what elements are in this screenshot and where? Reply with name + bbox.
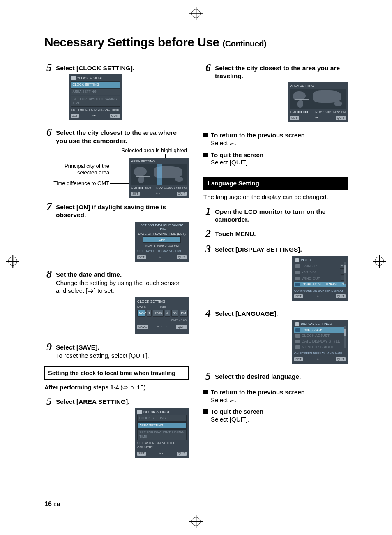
step-5: 5 Select [CLOCK SETTING]. CLOCK ADJUST C… bbox=[44, 63, 189, 123]
ui-hint: SET WHEN IN ANOTHER COUNTRY bbox=[137, 441, 187, 449]
menu-item: CLOCK SETTING bbox=[137, 415, 187, 422]
crop-mark bbox=[0, 16, 12, 16]
registration-mark-icon bbox=[191, 517, 201, 526]
quit-button: QUIT bbox=[336, 294, 346, 298]
lang-step-1: 1 Open the LCD monitor to turn on the ca… bbox=[203, 206, 348, 224]
step-title: Select [SAVE]. bbox=[56, 343, 149, 351]
scrollbar bbox=[344, 262, 346, 284]
leader-line bbox=[110, 183, 131, 184]
after-note: After performing steps 1-4 ( p. 15) bbox=[44, 384, 189, 391]
step-title: Select the desired language. bbox=[215, 373, 301, 380]
page-title-sub: (Continued) bbox=[223, 39, 267, 48]
crop-mark bbox=[380, 519, 392, 519]
page-title: Necessary Settings before Use (Continued… bbox=[44, 35, 348, 50]
world-map bbox=[290, 89, 346, 109]
step-desc: To reset the setting, select [QUIT]. bbox=[56, 352, 149, 360]
display-icon bbox=[295, 322, 299, 326]
quit-button: QUIT bbox=[176, 325, 187, 329]
ui-display-settings: DISPLAY SETTINGS LANGUAGE CLOCK ADJUST D… bbox=[292, 320, 348, 364]
step-number: 2 bbox=[203, 228, 211, 239]
ui-dst: SET FOR DAYLIGHT SAVING TIME DAYLIGHT SA… bbox=[135, 222, 189, 262]
square-bullet-icon bbox=[203, 153, 208, 157]
callout-label: Principal city of the selected area bbox=[56, 163, 109, 176]
menu-item: CLOCK SETTING bbox=[71, 81, 120, 88]
square-bullet-icon bbox=[203, 390, 208, 394]
left-column: 5 Select [CLOCK SETTING]. CLOCK ADJUST C… bbox=[44, 58, 189, 460]
back-icon: ⤺ bbox=[315, 115, 319, 121]
step-title: Select [ON] if daylight saving time is o… bbox=[56, 203, 189, 219]
menu-item: AREA SETTING bbox=[71, 88, 120, 95]
quit-button: QUIT bbox=[177, 452, 187, 455]
step-number: 5 bbox=[203, 371, 211, 382]
quit-button: QUIT bbox=[336, 357, 346, 361]
return-icon: ⤺ bbox=[230, 397, 235, 404]
ui-clock-adjust: CLOCK ADJUST CLOCK SETTING AREA SETTING … bbox=[69, 74, 122, 120]
ui-clock-adjust-2: CLOCK ADJUST CLOCK SETTING AREA SETTING … bbox=[135, 408, 189, 458]
back-icon: ⤺ bbox=[317, 357, 321, 362]
set-button: SET bbox=[290, 116, 299, 120]
lang-step-2: 2 Touch MENU. bbox=[203, 228, 348, 239]
date-icon bbox=[295, 340, 300, 343]
back-icon: ⤺ bbox=[156, 191, 160, 197]
step-8: 8 Set the date and time. Change the sett… bbox=[44, 269, 189, 337]
step-number: 6 bbox=[203, 63, 211, 125]
divider bbox=[203, 385, 348, 385]
step-number: 5 bbox=[44, 396, 52, 460]
step-number: 9 bbox=[44, 342, 52, 360]
brightness-icon bbox=[295, 345, 300, 349]
wind-icon bbox=[295, 277, 300, 280]
ui-area-setting: AREA SETTING GMT ▮▮▮ -5:00 bbox=[129, 158, 189, 198]
section-intro: The language on the display can be chang… bbox=[203, 193, 348, 201]
step-title: Select [AREA SETTING]. bbox=[56, 398, 189, 405]
menu-item: AREA SETTING bbox=[137, 422, 187, 429]
arrow-right-icon bbox=[88, 287, 94, 292]
lang-step-4: 4 Select [LANGUAGE]. DISPLAY SETTINGS LA… bbox=[203, 308, 348, 366]
set-button: SET bbox=[137, 452, 146, 455]
step-number: 1 bbox=[203, 206, 211, 224]
crop-mark bbox=[21, 0, 21, 25]
square-bullet-icon bbox=[203, 133, 208, 137]
set-button: SET bbox=[137, 255, 146, 259]
r-step-6: 6 Select the city closest to the area yo… bbox=[203, 63, 348, 125]
crop-mark bbox=[21, 510, 21, 535]
set-button: SET bbox=[131, 192, 140, 195]
note-return: To return to the previous screen Select … bbox=[203, 132, 348, 148]
return-icon: ⤺ bbox=[230, 140, 235, 147]
ui-area-setting-2: AREA SETTING GMT ▮▮▮ ▮▮▮ NOV. 1.2009 04:… bbox=[288, 82, 348, 122]
clock-icon bbox=[137, 410, 142, 414]
back-icon: ⤺ bbox=[92, 113, 96, 119]
xvcolor-icon bbox=[295, 271, 300, 274]
lang-step-5: 5 Select the desired language. bbox=[203, 371, 348, 382]
camera-icon bbox=[295, 258, 299, 262]
page-title-main: Necessary Settings before Use bbox=[44, 35, 219, 49]
step-6: 6 Select the city closest to the area wh… bbox=[44, 127, 189, 197]
callout-label: Selected area is highlighted bbox=[121, 147, 187, 154]
ui-hint: SET THE CITY, DATE AND TIME bbox=[71, 108, 120, 112]
ui-video-menu: VIDEO GAIN UPA x.v.Color WIND CUT DISPLA… bbox=[292, 256, 348, 301]
back-icon: ⤺ bbox=[317, 294, 321, 299]
quit-button: QUIT bbox=[177, 192, 187, 195]
step-title: Select [DISPLAY SETTINGS]. bbox=[215, 245, 348, 253]
set-button: SET bbox=[294, 357, 303, 361]
step-title: Set the date and time. bbox=[56, 271, 189, 278]
quit-button: QUIT bbox=[110, 114, 120, 118]
crop-mark bbox=[380, 16, 392, 16]
menu-item: SET FOR DAYLIGHT SAVING TIME bbox=[137, 429, 187, 440]
crop-mark bbox=[0, 519, 12, 519]
divider bbox=[203, 128, 348, 128]
save-button: SAVE bbox=[137, 325, 148, 329]
leader-line bbox=[110, 168, 127, 168]
step-title: Select [CLOCK SETTING]. bbox=[56, 64, 134, 72]
step-desc: Change the setting by using the touch se… bbox=[56, 279, 189, 295]
step-title: Touch MENU. bbox=[215, 230, 256, 238]
step-7: 7 Select [ON] if daylight saving time is… bbox=[44, 201, 189, 264]
ui-clock-setting: CLOCK SETTING DATETIME NOV 1 2009 4 55 P… bbox=[135, 297, 189, 334]
step-9: 9 Select [SAVE]. To reset the setting, s… bbox=[44, 342, 189, 360]
step-number: 5 bbox=[44, 63, 52, 123]
note-return-2: To return to the previous screen Select … bbox=[203, 389, 348, 405]
menu-item: SET FOR DAYLIGHT SAVING TIME bbox=[71, 96, 120, 107]
registration-mark-icon bbox=[191, 9, 201, 18]
step-number: 7 bbox=[44, 201, 52, 264]
note-quit: To quit the screen Select [QUIT]. bbox=[203, 151, 348, 167]
section-heading: Language Setting bbox=[203, 177, 348, 190]
